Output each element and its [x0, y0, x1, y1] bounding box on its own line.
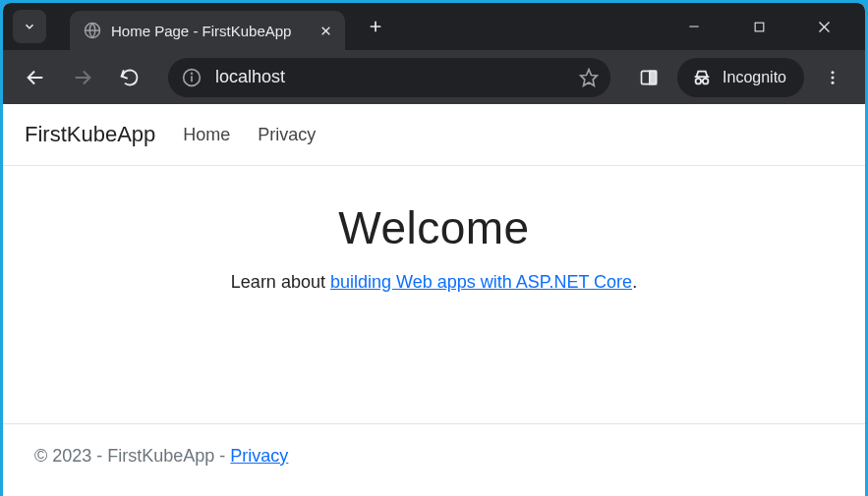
tab-close-button[interactable]	[317, 22, 335, 40]
chevron-down-icon	[23, 20, 36, 33]
new-tab-button[interactable]	[359, 10, 392, 43]
svg-marker-14	[581, 69, 598, 85]
main-content: Welcome Learn about building Web apps wi…	[3, 166, 865, 423]
svg-point-22	[832, 76, 835, 79]
svg-point-21	[832, 71, 835, 74]
footer-privacy-link[interactable]: Privacy	[230, 446, 288, 466]
globe-icon	[84, 22, 101, 39]
svg-point-13	[192, 73, 193, 74]
learn-link[interactable]: building Web apps with ASP.NET Core	[330, 272, 632, 292]
kebab-icon	[824, 69, 841, 86]
nav-link-privacy[interactable]: Privacy	[258, 125, 316, 145]
forward-button[interactable]	[64, 59, 101, 96]
svg-point-19	[703, 78, 709, 83]
nav-link-home[interactable]: Home	[183, 125, 230, 145]
browser-window: Home Page - FirstKubeApp	[3, 3, 865, 496]
brand-link[interactable]: FirstKubeApp	[25, 122, 155, 147]
site-info-button[interactable]	[182, 68, 202, 87]
arrow-left-icon	[25, 67, 46, 88]
reload-icon	[120, 68, 140, 87]
star-icon	[579, 68, 599, 87]
incognito-icon	[691, 67, 713, 88]
browser-tab[interactable]: Home Page - FirstKubeApp	[70, 11, 345, 50]
subtext-prefix: Learn about	[231, 272, 330, 292]
plus-icon	[368, 19, 383, 34]
page-headline: Welcome	[3, 201, 865, 254]
side-panel-button[interactable]	[630, 59, 667, 96]
site-navbar: FirstKubeApp Home Privacy	[3, 104, 865, 166]
arrow-right-icon	[72, 67, 93, 88]
bookmark-button[interactable]	[573, 62, 605, 93]
browser-toolbar: localhost Incognito	[3, 50, 865, 104]
tab-title: Home Page - FirstKubeApp	[111, 23, 307, 39]
page-content: FirstKubeApp Home Privacy Welcome Learn …	[3, 104, 865, 496]
minimize-button[interactable]	[674, 20, 714, 33]
close-window-button[interactable]	[804, 20, 843, 34]
maximize-icon	[753, 21, 766, 33]
incognito-badge[interactable]: Incognito	[677, 58, 804, 97]
svg-point-23	[832, 81, 835, 83]
panel-icon	[639, 68, 659, 87]
subtext-suffix: .	[632, 272, 637, 292]
close-icon	[817, 20, 832, 34]
info-icon	[182, 68, 202, 87]
svg-rect-17	[650, 71, 657, 83]
window-controls	[674, 20, 865, 34]
reload-button[interactable]	[111, 59, 148, 96]
address-bar[interactable]: localhost	[168, 58, 610, 97]
svg-rect-6	[755, 23, 764, 31]
maximize-button[interactable]	[739, 21, 779, 33]
url-text: localhost	[215, 67, 559, 87]
minimize-icon	[687, 20, 701, 33]
back-button[interactable]	[17, 59, 54, 96]
titlebar: Home Page - FirstKubeApp	[3, 3, 865, 50]
page-subtext: Learn about building Web apps with ASP.N…	[3, 272, 865, 293]
browser-menu-button[interactable]	[814, 59, 851, 96]
svg-point-18	[696, 78, 702, 83]
tab-search-button[interactable]	[13, 10, 46, 43]
close-icon	[319, 25, 332, 37]
footer-copyright: © 2023 - FirstKubeApp -	[34, 446, 230, 466]
incognito-label: Incognito	[723, 69, 786, 86]
page-footer: © 2023 - FirstKubeApp - Privacy	[3, 423, 865, 496]
